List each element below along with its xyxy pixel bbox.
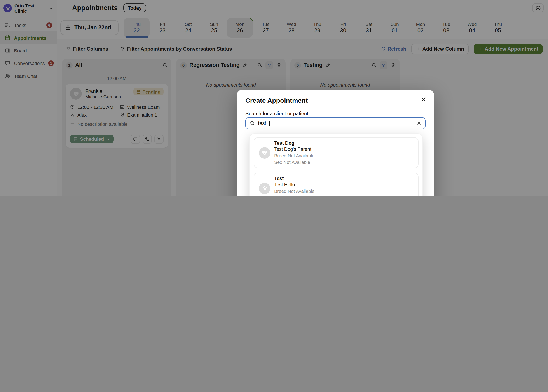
result-pet-name: Test Dog — [274, 140, 314, 146]
client-patient-search-input[interactable]: test — [245, 117, 426, 129]
result-pet-name: Test — [274, 175, 314, 182]
search-results-dropdown: Test Dog Test Dog's Parent Breed Not Ava… — [249, 133, 423, 196]
result-owner-name: Test Hello — [274, 182, 314, 188]
search-icon — [250, 121, 255, 126]
close-icon — [421, 97, 427, 102]
result-sex: Sex Not Available — [274, 195, 314, 196]
search-value: test — [258, 121, 266, 126]
result-sex: Sex Not Available — [274, 159, 314, 166]
clear-search-button[interactable] — [417, 121, 421, 126]
app-root: Otto Test Clinic Tasks 6 Appointments Bo… — [0, 0, 548, 196]
result-breed: Breed Not Available — [274, 188, 314, 195]
close-icon — [417, 121, 421, 126]
close-button[interactable] — [420, 96, 427, 103]
modal-title: Create Appointment — [245, 97, 308, 104]
pet-avatar — [259, 147, 270, 158]
create-appointment-modal: Create Appointment Search for a client o… — [237, 90, 434, 196]
pet-avatar — [259, 182, 270, 194]
result-owner-name: Test Dog's Parent — [274, 146, 314, 153]
result-breed: Breed Not Available — [274, 153, 314, 159]
search-label: Search for a client or patient — [245, 111, 308, 116]
search-result-test[interactable]: Test Test Hello Breed Not Available Sex … — [254, 173, 419, 196]
search-result-test-dog[interactable]: Test Dog Test Dog's Parent Breed Not Ava… — [254, 137, 419, 168]
text-caret — [269, 120, 270, 126]
